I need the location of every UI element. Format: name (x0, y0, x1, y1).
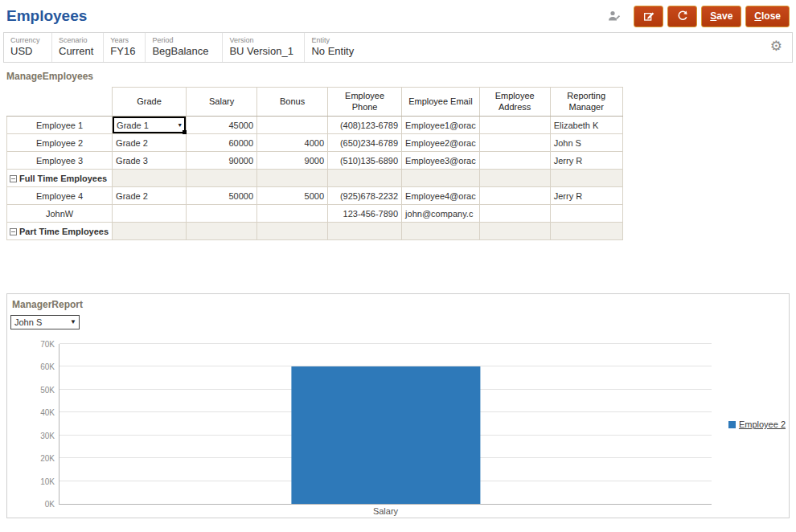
save-button[interactable]: Save (701, 6, 741, 27)
grade-dropdown-value: Grade 1 (117, 121, 149, 130)
grid-cell[interactable] (479, 205, 550, 223)
pov-dimension-value[interactable]: USD (10, 45, 42, 57)
grid-cell[interactable]: Jerry R (550, 152, 622, 170)
grid-cell[interactable] (550, 223, 622, 240)
report-title: ManagerReport (12, 299, 789, 310)
grid-cell[interactable]: Employee1@orac (402, 117, 480, 134)
pov-dimension-label: Years (110, 36, 135, 44)
grid-cell[interactable] (257, 205, 328, 223)
pov-dimension-value[interactable]: BegBalance (152, 45, 212, 57)
grid-cell[interactable] (187, 223, 257, 240)
grid-cell[interactable] (328, 170, 402, 187)
grade-dropdown[interactable]: Grade 1▼ (113, 117, 186, 133)
grid-cell[interactable]: Grade 1▼ (113, 117, 187, 134)
grid-cell[interactable]: 9000 (257, 152, 328, 170)
collapse-icon[interactable] (10, 228, 17, 235)
grid-cell[interactable] (257, 170, 328, 187)
grid-cell[interactable]: Employee3@orac (402, 152, 480, 170)
grid-cell[interactable]: Grade 2 (113, 134, 187, 152)
grid-cell[interactable] (257, 223, 328, 240)
grid-cell[interactable] (187, 205, 257, 223)
grid-cell[interactable] (402, 223, 480, 240)
grid-cell[interactable]: john@company.c (402, 205, 480, 223)
pov-dimension: YearsFY16 (104, 33, 146, 62)
grid-cell[interactable] (479, 187, 550, 205)
chart-legend[interactable]: Employee 2 (728, 419, 786, 429)
y-tick-label: 60K (40, 362, 55, 371)
column-header[interactable]: Employee Phone (328, 88, 402, 117)
grid-cell[interactable]: 5000 (257, 187, 328, 205)
collapse-icon[interactable] (10, 175, 17, 182)
edit-button[interactable] (634, 6, 663, 27)
legend-swatch (728, 421, 736, 428)
grid-cell[interactable] (479, 134, 550, 152)
grid-cell[interactable] (113, 223, 187, 240)
y-tick-label: 0K (45, 500, 55, 509)
grid-cell[interactable]: (650)234-6789 (328, 134, 402, 152)
chart-category-label: Salary (373, 506, 398, 516)
grid-row: Employee 3Grade 3900009000(510)135-6890E… (7, 152, 623, 170)
y-tick-label: 70K (40, 340, 55, 349)
pov-items: CurrencyUSDScenarioCurrentYearsFY16Perio… (4, 33, 401, 62)
grid-cell[interactable]: John S (550, 134, 622, 152)
grid-row: Employee 1Grade 1▼45000(408)123-6789Empl… (7, 117, 623, 134)
y-tick-label: 40K (40, 408, 55, 417)
pov-dimension-value[interactable]: No Entity (311, 45, 392, 57)
column-header[interactable]: Employee Email (402, 88, 480, 117)
grid-cell[interactable]: (925)678-2232 (328, 187, 402, 205)
gear-icon[interactable]: ⚙ (770, 39, 782, 53)
row-header-label: Employee 1 (36, 121, 83, 130)
refresh-button[interactable] (667, 6, 697, 27)
grid-cell[interactable]: 4000 (257, 134, 328, 152)
grid-cell[interactable]: (510)135-6890 (328, 152, 402, 170)
grid-cell[interactable] (550, 170, 622, 187)
grid-cell[interactable] (479, 170, 550, 187)
chart-bar (291, 366, 480, 504)
grid-cell[interactable] (550, 205, 622, 223)
y-tick-label: 10K (40, 477, 55, 485)
pov-dimension: CurrencyUSD (4, 33, 52, 62)
user-edit-icon[interactable] (606, 10, 622, 23)
total-row-header[interactable]: Part Time Employees (7, 223, 113, 240)
grid-cell[interactable] (257, 117, 328, 134)
grid-cell[interactable]: (408)123-6789 (328, 117, 402, 134)
grid-cell[interactable] (402, 170, 480, 187)
grid-cell[interactable] (113, 170, 187, 187)
column-header[interactable]: Employee Address (479, 88, 550, 117)
pov-dimension-value[interactable]: BU Version_1 (229, 45, 294, 57)
grid-cell[interactable] (479, 117, 550, 134)
y-tick-label: 20K (40, 454, 55, 463)
grid-cell[interactable]: 45000 (187, 117, 257, 134)
chart-plot: Salary 0K10K20K30K40K50K60K70K (59, 344, 712, 505)
member-row-header: JohnW (7, 205, 113, 223)
grid-cell[interactable]: Grade 3 (113, 152, 187, 170)
column-header[interactable]: Reporting Manager (550, 88, 622, 117)
column-header[interactable]: Salary (187, 88, 257, 117)
grid-cell[interactable]: Grade 2 (113, 187, 187, 205)
pov-dimension: PeriodBegBalance (146, 33, 223, 62)
pov-dimension-label: Scenario (59, 36, 93, 44)
pov-bar: CurrencyUSDScenarioCurrentYearsFY16Perio… (3, 32, 793, 63)
close-button[interactable]: Close (745, 6, 790, 27)
grid-cell[interactable]: 90000 (187, 152, 257, 170)
grid-cell[interactable] (328, 223, 402, 240)
grid-cell[interactable]: 50000 (187, 187, 257, 205)
grid-cell[interactable]: Elizabeth K (550, 117, 622, 134)
grid-cell[interactable]: Employee2@orac (402, 134, 480, 152)
grid-cell[interactable]: 60000 (187, 134, 257, 152)
form-title: ManageEmployees (6, 71, 796, 82)
grid-cell[interactable] (187, 170, 257, 187)
member-row-header: Employee 2 (7, 134, 113, 152)
column-header[interactable]: Grade (113, 88, 187, 117)
grid-cell[interactable]: 123-456-7890 (328, 205, 402, 223)
grid-cell[interactable]: Jerry R (550, 187, 622, 205)
pov-dimension-value[interactable]: FY16 (110, 45, 135, 57)
manager-select[interactable]: John S ▼ (10, 315, 80, 329)
total-row-header[interactable]: Full Time Employees (7, 170, 113, 187)
grid-cell[interactable] (479, 152, 550, 170)
grid-cell[interactable] (113, 205, 187, 223)
column-header[interactable]: Bonus (257, 88, 328, 117)
grid-cell[interactable] (479, 223, 550, 240)
pov-dimension-value[interactable]: Current (59, 45, 93, 57)
grid-cell[interactable]: Employee4@orac (402, 187, 480, 205)
